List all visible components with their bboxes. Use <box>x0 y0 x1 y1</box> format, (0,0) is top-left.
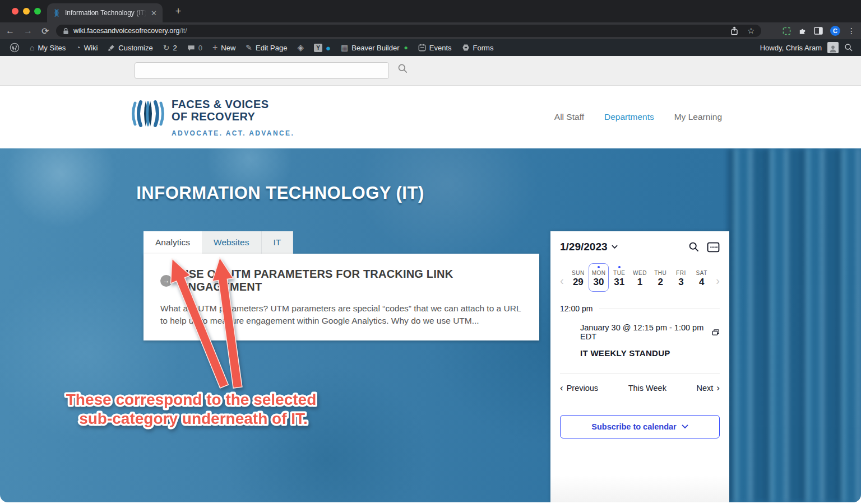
extensions-puzzle-icon[interactable] <box>798 27 807 35</box>
calendar-icon <box>418 44 426 52</box>
side-panel-icon[interactable] <box>814 27 823 35</box>
edit-page-menu[interactable]: ✎Edit Page <box>240 39 292 56</box>
faces-voices-logo-mark <box>131 98 165 129</box>
calendar-view-selector-icon[interactable] <box>707 242 720 253</box>
tab-it[interactable]: IT <box>262 231 294 254</box>
forms-menu[interactable]: Forms <box>457 39 499 56</box>
back-icon[interactable]: ← <box>6 26 15 36</box>
zoom-window-button[interactable] <box>34 8 41 15</box>
events-calendar-widget: 1/29/2023 ‹ SUN29 MON30 TUE31 WED1 THU2 … <box>550 231 729 502</box>
previous-week-button[interactable]: ‹Previous <box>560 382 598 394</box>
url-path: /it/ <box>179 27 187 35</box>
event-datetime: January 30 @ 12:15 pm - 1:00 pm EDT <box>580 323 708 341</box>
yoast-seo-menu[interactable]: Y● <box>309 39 336 56</box>
event-item[interactable]: January 30 @ 12:15 pm - 1:00 pm EDT IT W… <box>580 323 720 358</box>
next-week-button[interactable]: Next› <box>697 382 720 394</box>
pencil-icon: ✎ <box>246 43 252 52</box>
chevron-down-icon <box>612 245 618 249</box>
browser-menu-icon[interactable]: ⋮ <box>848 26 855 35</box>
this-week-button[interactable]: This Week <box>598 384 696 393</box>
day-wed-1[interactable]: WED1 <box>629 263 650 292</box>
time-divider <box>599 309 720 309</box>
events-menu[interactable]: Events <box>413 39 457 56</box>
logo-tagline: ADVOCATE. ACT. ADVANCE. <box>172 129 294 137</box>
site-logo-text: FACES & VOICES OF RECOVERY ADVOCATE. ACT… <box>172 98 294 137</box>
updates-menu[interactable]: ↻2 <box>158 39 182 56</box>
customize-menu[interactable]: Customize <box>103 39 158 56</box>
logo-line1: FACES & VOICES <box>172 98 294 110</box>
gauge-icon: ◔ <box>76 43 80 52</box>
browser-tab[interactable]: Information Technology (IT) - V ✕ <box>47 3 163 22</box>
address-bar[interactable]: wiki.facesandvoicesofrecovery.org/it/ ☆ <box>56 25 761 37</box>
chevron-down-icon <box>682 424 688 429</box>
admin-search-icon[interactable] <box>844 43 853 52</box>
user-avatar[interactable] <box>827 42 839 53</box>
minimize-window-button[interactable] <box>23 8 30 15</box>
nav-item-departments[interactable]: Departments <box>604 112 654 122</box>
day-sun-29[interactable]: SUN29 <box>568 263 589 292</box>
day-sat-4[interactable]: SAT4 <box>691 263 712 292</box>
reload-icon[interactable]: ⟳ <box>41 26 49 36</box>
event-dot <box>618 266 621 268</box>
new-tab-button[interactable]: + <box>172 4 185 18</box>
yoast-status-dot: ● <box>326 43 331 53</box>
previous-week-chevron[interactable]: ‹ <box>560 275 568 292</box>
bookmark-star-icon[interactable]: ☆ <box>747 26 754 35</box>
logo-line2: OF RECOVERY <box>172 110 294 123</box>
site-search-input[interactable] <box>135 62 389 79</box>
screen-capture-extension-icon[interactable] <box>783 27 791 35</box>
wp-admin-bar: ⌂My Sites ◔Wiki Customize ↻2 0 +New ✎Edi… <box>0 39 861 56</box>
calendar-date-picker[interactable]: 1/29/2023 <box>560 241 618 253</box>
calendar-divider <box>560 374 720 374</box>
beaver-status-dot: ● <box>404 44 408 52</box>
grid-icon: ▦ <box>341 43 348 52</box>
comment-bubble-icon <box>187 44 195 52</box>
day-mon-30[interactable]: MON30 <box>589 263 609 292</box>
browser-profile-avatar[interactable]: C <box>830 26 840 36</box>
howdy-account-menu[interactable]: Howdy, Chris Aram <box>760 44 822 52</box>
share-icon[interactable] <box>730 26 738 35</box>
primary-nav: All Staff Departments My Learning <box>554 112 722 122</box>
nav-item-all-staff[interactable]: All Staff <box>554 112 584 122</box>
beaver-builder-menu[interactable]: ▦Beaver Builder● <box>336 39 413 56</box>
wp-logo-menu[interactable] <box>4 39 25 56</box>
article-title[interactable]: USE OF UTM PARAMETERS FOR TRACKING LINK … <box>180 268 522 293</box>
next-week-chevron[interactable]: › <box>712 275 720 292</box>
nav-item-my-learning[interactable]: My Learning <box>674 112 722 122</box>
my-sites-icon: ⌂ <box>30 43 34 52</box>
site-search-submit-icon[interactable] <box>397 63 408 74</box>
event-time-label: 12:00 pm <box>560 304 592 313</box>
close-window-button[interactable] <box>12 8 18 15</box>
tab-analytics[interactable]: Analytics <box>144 231 202 254</box>
site-search-band <box>0 56 861 86</box>
event-title[interactable]: IT WEEKLY STANDUP <box>580 348 720 358</box>
subscribe-to-calendar-button[interactable]: Subscribe to calendar <box>560 415 720 438</box>
hero-section: INFORMATION TECHNOLOGY (IT) Analytics We… <box>0 148 861 502</box>
day-tue-31[interactable]: TUE31 <box>609 263 629 292</box>
plugin-diamond-menu[interactable]: ◈ <box>292 39 309 56</box>
comments-menu[interactable]: 0 <box>182 39 207 56</box>
window-controls <box>12 8 41 15</box>
site-logo[interactable]: FACES & VOICES OF RECOVERY ADVOCATE. ACT… <box>131 98 294 137</box>
tab-websites[interactable]: Websites <box>202 231 261 254</box>
tab-title: Information Technology (IT) - V <box>65 9 146 17</box>
calendar-search-icon[interactable] <box>688 241 700 253</box>
browser-toolbar: ← → ⟳ wiki.facesandvoicesofrecovery.org/… <box>0 22 861 39</box>
url-host: wiki.facesandvoicesofrecovery.org <box>73 27 179 35</box>
new-content-menu[interactable]: +New <box>207 39 240 56</box>
tab-close-icon[interactable]: ✕ <box>151 9 157 17</box>
event-dot <box>598 266 600 268</box>
my-sites-menu[interactable]: ⌂My Sites <box>25 39 71 56</box>
wiki-site-menu[interactable]: ◔Wiki <box>71 39 103 56</box>
site-header: FACES & VOICES OF RECOVERY ADVOCATE. ACT… <box>0 86 861 148</box>
forms-hexagon-icon <box>462 44 470 52</box>
favicon <box>53 9 61 17</box>
article-card: → USE OF UTM PARAMETERS FOR TRACKING LIN… <box>144 254 539 340</box>
day-thu-2[interactable]: THU2 <box>650 263 671 292</box>
day-fri-3[interactable]: FRI3 <box>671 263 692 292</box>
plus-icon: + <box>212 43 217 53</box>
expand-arrow-icon[interactable]: → <box>160 275 172 287</box>
wordpress-icon <box>10 43 20 53</box>
article-excerpt: What are UTM parameters? UTM parameters … <box>160 302 522 328</box>
forward-icon[interactable]: → <box>24 26 33 36</box>
